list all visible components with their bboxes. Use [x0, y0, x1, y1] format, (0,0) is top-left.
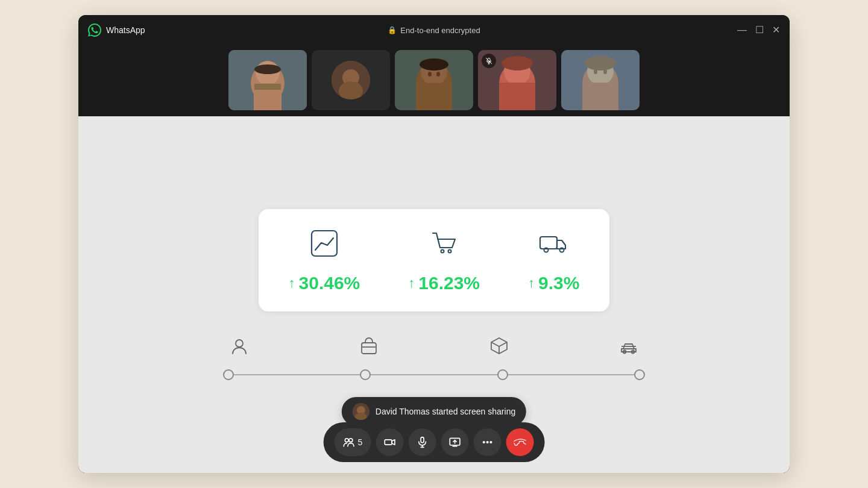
stats-card: ↑ 30.46% ↑ 16.23%	[259, 209, 610, 311]
notification-banner: David Thomas started screen sharing	[342, 397, 526, 426]
video-icon	[383, 436, 395, 448]
timeline-dots	[223, 369, 645, 380]
svg-point-35	[236, 340, 243, 347]
timeline-icons	[223, 336, 645, 358]
svg-point-26	[585, 56, 616, 70]
whatsapp-icon	[88, 23, 101, 37]
notification-text: David Thomas started screen sharing	[376, 407, 515, 416]
app-window: WhatsApp 🔒 End-to-end endcrypted — ☐ ✕	[78, 15, 790, 473]
svg-point-13	[420, 58, 448, 70]
notification-avatar	[353, 403, 370, 420]
stat-cart: ↑ 16.23%	[408, 227, 480, 293]
participant-video-3[interactable]	[395, 50, 473, 110]
timeline-dot-3	[497, 369, 508, 380]
svg-rect-19	[499, 83, 535, 110]
encryption-indicator: 🔒 End-to-end endcrypted	[388, 26, 480, 35]
participant-video-1[interactable]	[228, 50, 307, 110]
timeline-dot-2	[360, 369, 371, 380]
microphone-icon	[416, 436, 428, 448]
stat-arrow-truck: ↑	[528, 275, 535, 291]
participant-video-5[interactable]	[561, 50, 640, 110]
timeline-car-icon	[618, 336, 639, 358]
stat-value-cart: ↑ 16.23%	[408, 273, 480, 293]
more-button[interactable]	[473, 428, 501, 456]
share-screen-button[interactable]	[441, 428, 468, 456]
participants-button[interactable]: 5	[335, 428, 371, 456]
title-bar: WhatsApp 🔒 End-to-end endcrypted — ☐ ✕	[78, 15, 790, 45]
screen-share-area: ↑ 30.46% ↑ 16.23%	[78, 116, 790, 473]
app-name: WhatsApp	[106, 25, 145, 35]
participant-video-4[interactable]	[478, 50, 556, 110]
timeline-bag-icon	[359, 336, 379, 358]
stat-value-chart: ↑ 30.46%	[289, 273, 360, 293]
svg-point-4	[254, 64, 281, 74]
participant-video-2[interactable]	[312, 50, 390, 110]
svg-rect-47	[421, 437, 424, 443]
svg-rect-32	[540, 237, 557, 249]
stat-arrow-cart: ↑	[408, 275, 415, 291]
svg-rect-46	[385, 440, 392, 445]
svg-point-45	[349, 439, 353, 442]
timeline-box-icon	[489, 336, 509, 358]
end-call-icon	[514, 436, 526, 448]
encryption-label: End-to-end endcrypted	[400, 26, 480, 35]
stat-chart: ↑ 30.46%	[289, 227, 360, 293]
maximize-button[interactable]: ☐	[755, 25, 764, 35]
lock-icon: 🔒	[388, 26, 397, 34]
svg-point-55	[490, 442, 492, 443]
participant-avatar-2	[312, 50, 390, 110]
close-button[interactable]: ✕	[772, 25, 780, 35]
svg-point-28	[603, 69, 607, 74]
svg-point-30	[441, 250, 444, 253]
svg-rect-12	[416, 83, 452, 110]
svg-point-53	[483, 442, 485, 443]
truck-icon	[538, 227, 570, 262]
stat-arrow-chart: ↑	[289, 275, 295, 291]
svg-rect-5	[254, 84, 281, 90]
svg-point-44	[345, 439, 348, 442]
chart-icon	[308, 227, 341, 262]
cart-icon	[428, 227, 461, 262]
timeline-dot-1	[223, 369, 234, 380]
participants-icon	[343, 436, 355, 448]
svg-point-27	[594, 69, 597, 74]
svg-point-20	[502, 56, 533, 70]
call-controls: 5	[324, 422, 545, 462]
timeline-section	[223, 336, 645, 380]
share-screen-icon	[448, 436, 461, 448]
video-button[interactable]	[376, 428, 403, 456]
end-call-button[interactable]	[506, 428, 533, 456]
svg-rect-25	[582, 83, 618, 110]
participants-count: 5	[358, 437, 363, 447]
window-controls: — ☐ ✕	[737, 25, 780, 35]
timeline-dot-4	[634, 369, 645, 380]
svg-rect-36	[362, 343, 376, 354]
stat-truck: ↑ 9.3%	[528, 227, 579, 293]
mute-badge-4	[482, 54, 496, 68]
stat-value-truck: ↑ 9.3%	[528, 273, 579, 293]
timeline-line	[223, 369, 645, 380]
svg-point-31	[448, 250, 451, 253]
microphone-button[interactable]	[408, 428, 436, 456]
app-logo: WhatsApp	[88, 23, 145, 37]
svg-point-15	[436, 72, 440, 77]
minimize-button[interactable]: —	[737, 25, 747, 35]
timeline-person-icon	[229, 336, 250, 358]
video-strip	[78, 45, 790, 116]
svg-point-54	[486, 442, 488, 443]
more-icon	[481, 436, 493, 448]
mute-icon	[485, 57, 492, 64]
svg-point-14	[428, 72, 432, 77]
